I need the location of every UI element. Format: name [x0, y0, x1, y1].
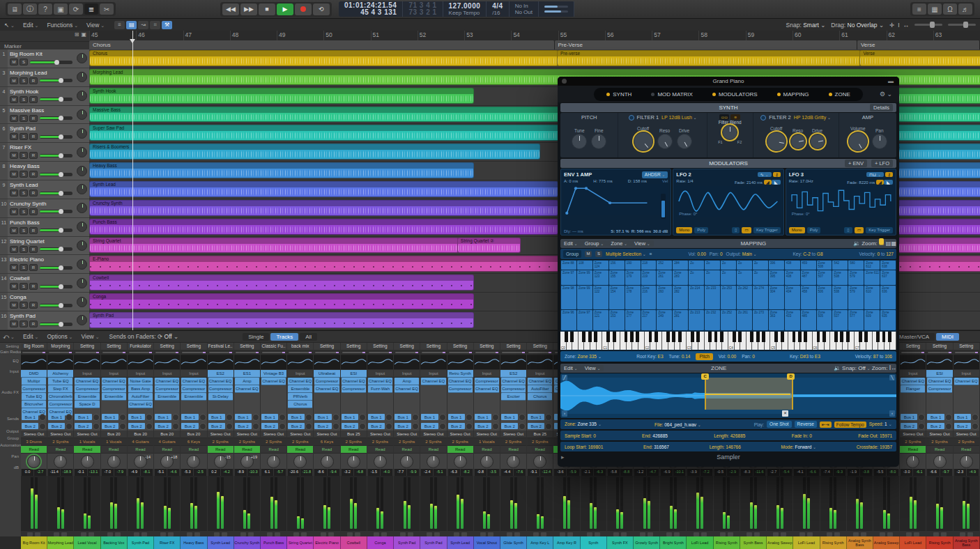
channel-strip-19[interactable]: SettingES2Channel EQCompressorExciterBus…	[500, 343, 527, 538]
drive-knob[interactable]: Drive	[677, 128, 692, 149]
send-knob[interactable]	[439, 423, 446, 430]
mixer-track-name[interactable]: Synth Lead	[447, 536, 474, 549]
send-slot[interactable]: Bus 2	[342, 423, 358, 429]
region-string-quartet[interactable]: String Quartet	[89, 238, 459, 254]
zone-cell[interactable]: Zone 507	[817, 270, 832, 285]
output-slot[interactable]: Stereo Out	[394, 431, 420, 438]
filter-parallel-button[interactable]: ⊜	[730, 114, 740, 120]
volume-slider[interactable]	[40, 210, 72, 213]
toolbar-icon-0[interactable]: 🖥	[8, 3, 22, 15]
channel-strip-16[interactable]: SettingInputChannel EQBus 1Bus 2Stereo O…	[420, 343, 447, 538]
pan-knob[interactable]	[77, 259, 87, 270]
group-slot[interactable]: 6 Keys	[181, 438, 206, 446]
send-slot[interactable]: Bus 2	[395, 423, 411, 429]
black-key[interactable]	[840, 332, 843, 342]
send-knob[interactable]	[279, 414, 286, 421]
zone-cell[interactable]: Zone 99	[577, 286, 592, 309]
r-button[interactable]: R	[29, 302, 38, 309]
send-slot[interactable]: Bus 1	[208, 414, 225, 420]
pan-knob[interactable]	[77, 203, 87, 213]
strip-setting-button[interactable]: Setting	[926, 343, 952, 350]
m-button[interactable]: M	[10, 302, 18, 309]
volume-slider[interactable]	[40, 192, 72, 195]
automation-slot[interactable]: Read	[954, 446, 979, 454]
s-button[interactable]: S	[20, 302, 28, 309]
pan-knob[interactable]	[400, 455, 413, 468]
black-key[interactable]	[588, 332, 592, 342]
tempo-mode[interactable]: Keep Tempo	[449, 10, 481, 16]
s-button[interactable]: S	[20, 320, 28, 327]
fx-slot[interactable]: Compressor	[102, 385, 126, 393]
volume-slider[interactable]	[30, 61, 72, 64]
mixer-track-name[interactable]: Bright Synth	[660, 536, 687, 549]
strip-setting-button[interactable]: Setting	[234, 343, 260, 350]
mapping-menu-edit[interactable]: Edit	[560, 240, 581, 247]
strip-setting-button[interactable]: Setting	[500, 343, 526, 350]
corner-icon-1[interactable]: ▣	[81, 31, 86, 40]
output-slot[interactable]: Stereo Out	[314, 431, 339, 438]
automation-slot[interactable]: Read	[234, 446, 260, 454]
pan-knob[interactable]	[77, 184, 87, 194]
send-slot[interactable]: Bus 2	[528, 423, 544, 429]
zone-cell[interactable]: Zo	[753, 261, 768, 270]
send-knob[interactable]	[66, 414, 72, 421]
output-slot[interactable]: Stereo Out	[74, 431, 100, 438]
input-slot[interactable]: Retro Synth	[447, 370, 473, 378]
fx-slot[interactable]: Compressor	[48, 401, 72, 408]
group-slot[interactable]: 2 Synths	[234, 438, 260, 446]
automation-slot[interactable]: Read	[314, 446, 339, 454]
input-slot[interactable]: Input	[154, 370, 180, 378]
mixer-track-name[interactable]: Rising Synth	[926, 536, 953, 549]
fx-slot[interactable]: Channel EQ	[927, 378, 951, 385]
mixer-track-name[interactable]: Synth Pad	[128, 536, 154, 549]
pan-knob[interactable]	[77, 91, 87, 101]
m-button[interactable]: M	[10, 190, 18, 196]
zone-cell[interactable]: Zo	[689, 270, 704, 285]
zone-cell[interactable]: 108	[577, 261, 592, 270]
automation-slot[interactable]: Read	[341, 446, 367, 454]
eq-thumbnail[interactable]	[21, 355, 47, 370]
black-key[interactable]	[762, 332, 765, 342]
pan-knob[interactable]	[107, 455, 121, 468]
volume-slider[interactable]	[40, 116, 72, 120]
black-key[interactable]	[733, 332, 736, 342]
black-key[interactable]	[613, 332, 616, 342]
loop-end-marker[interactable]: D	[787, 373, 795, 380]
m-button[interactable]: M	[10, 283, 18, 290]
send-slot[interactable]: Bus 2	[22, 423, 38, 429]
arrange-icon-4[interactable]: ⚒	[162, 21, 172, 29]
mixer-track-name[interactable]: Morphing Lead	[47, 536, 74, 549]
eq-thumbnail[interactable]	[74, 355, 100, 370]
send-slot[interactable]: Bus 2	[927, 423, 944, 429]
zone-cell[interactable]: 542	[832, 261, 848, 270]
track-header-riser-fx[interactable]: 7Riser FXMSR	[0, 143, 89, 162]
region-cowbell[interactable]: Cowbell	[89, 274, 474, 291]
lfo3-poly-button[interactable]: Poly	[807, 227, 821, 233]
m-button[interactable]: M	[10, 59, 18, 65]
black-key[interactable]	[714, 332, 718, 342]
volume-slider[interactable]	[40, 247, 72, 251]
black-key[interactable]	[696, 332, 700, 342]
lfo3-wave-select[interactable]: ⊓⊔	[866, 172, 884, 177]
input-slot[interactable]: DMD	[21, 370, 47, 378]
track-header-synth-pad[interactable]: 16Synth PadMSR	[0, 311, 89, 330]
send-slot[interactable]: Bus 2	[155, 423, 171, 429]
automation-slot[interactable]: Read	[47, 446, 73, 454]
send-knob[interactable]	[226, 423, 233, 430]
send-knob[interactable]	[199, 423, 206, 430]
group-selection[interactable]: Multiple Selection	[606, 252, 646, 256]
zone-cell[interactable]: Zone 177	[625, 310, 641, 330]
send-slot[interactable]: Bus 1	[475, 414, 491, 420]
pan-knob[interactable]	[27, 455, 40, 468]
fx-slot[interactable]: Channel EQ	[475, 385, 499, 393]
fx-slot[interactable]: Ensemble	[102, 393, 126, 401]
automation-slot[interactable]: Read	[261, 446, 286, 454]
output-slot[interactable]: Bus 20	[154, 431, 180, 438]
send-slot[interactable]: Bus 1	[448, 414, 465, 420]
track-header-crunchy-synth[interactable]: 10Crunchy SynthMSR	[0, 199, 89, 218]
send-slot[interactable]: Bus 1	[128, 414, 145, 420]
zone-cell[interactable]: Zone 219	[641, 270, 657, 285]
playhead[interactable]	[132, 31, 133, 330]
lcd-display[interactable]: 01:01:24:21.54 45 4 3 131 71 3 4 1 73 3 …	[339, 1, 574, 17]
lfo2-mono-button[interactable]: Mono	[676, 227, 692, 233]
